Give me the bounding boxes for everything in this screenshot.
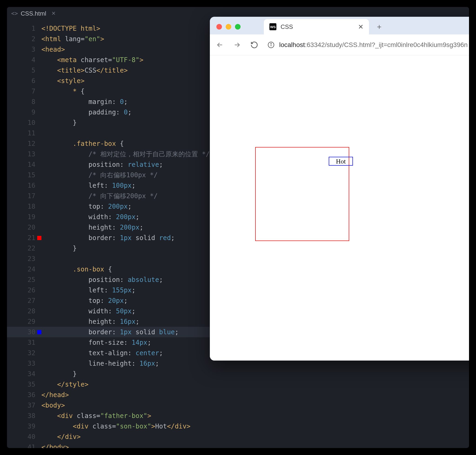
browser-window: WS CSS ✕ ＋ localhost:63342/study/CSS.htm… <box>210 17 469 361</box>
line-number: 31 <box>7 337 41 348</box>
minimize-window-icon[interactable] <box>226 24 231 30</box>
reload-icon[interactable] <box>250 41 258 49</box>
color-swatch-icon <box>37 236 41 240</box>
line-number: 14 <box>7 159 41 170</box>
editor-tab[interactable]: <> CSS.html ✕ <box>11 10 56 17</box>
line-number: 28 <box>7 306 41 316</box>
line-number: 38 <box>7 411 41 421</box>
close-tab-icon[interactable]: ✕ <box>358 23 363 31</box>
line-number: 18 <box>7 201 41 212</box>
code-line[interactable]: <div class="son-box">Hot</div> <box>41 421 469 431</box>
line-number: 16 <box>7 180 41 191</box>
line-number: 1 <box>7 23 41 34</box>
html-file-icon: <> <box>11 10 18 17</box>
line-number: 33 <box>7 358 41 369</box>
line-number: 36 <box>7 390 41 400</box>
line-number: 40 <box>7 431 41 442</box>
father-box: Hot <box>255 147 349 241</box>
close-icon[interactable]: ✕ <box>51 10 56 16</box>
line-number: 24 <box>7 264 41 275</box>
line-number: 3 <box>7 44 41 55</box>
line-number: 30 <box>7 327 41 337</box>
line-number: 23 <box>7 253 41 264</box>
line-number: 5 <box>7 65 41 76</box>
line-number: 39 <box>7 421 41 431</box>
browser-tabstrip: WS CSS ✕ ＋ <box>210 17 469 34</box>
line-number: 35 <box>7 379 41 390</box>
forward-icon[interactable] <box>233 41 241 49</box>
line-number: 17 <box>7 191 41 201</box>
browser-toolbar: localhost:63342/study/CSS.html?_ijt=cml0… <box>210 34 469 55</box>
site-info-icon[interactable] <box>268 41 275 48</box>
line-number: 34 <box>7 369 41 379</box>
line-number: 11 <box>7 128 41 138</box>
line-number: 22 <box>7 243 41 253</box>
son-box: Hot <box>329 157 353 166</box>
code-line[interactable]: </head> <box>41 390 469 400</box>
line-number: 4 <box>7 55 41 65</box>
editor-tab-filename: CSS.html <box>21 10 46 17</box>
line-number: 15 <box>7 170 41 180</box>
code-line[interactable]: </style> <box>41 379 469 390</box>
favicon-icon: WS <box>269 23 276 30</box>
back-icon[interactable] <box>216 41 224 49</box>
code-line[interactable]: <div class="father-box"> <box>41 411 469 421</box>
browser-tab-title: CSS <box>280 23 354 31</box>
line-number: 29 <box>7 316 41 327</box>
code-line[interactable]: } <box>41 369 469 379</box>
window-controls[interactable] <box>216 24 241 30</box>
browser-tab[interactable]: WS CSS ✕ <box>264 19 369 34</box>
color-swatch-icon <box>37 330 41 334</box>
line-number: 32 <box>7 348 41 358</box>
line-number: 6 <box>7 76 41 86</box>
code-line[interactable]: <body> <box>41 400 469 411</box>
url-text: localhost:63342/study/CSS.html?_ijt=cml0… <box>279 41 468 49</box>
line-number: 10 <box>7 117 41 128</box>
line-number: 12 <box>7 138 41 149</box>
line-number: 20 <box>7 222 41 233</box>
line-gutter: 1234567891011121314151617181920212223242… <box>7 20 41 448</box>
ide-window: <> CSS.html ✕ 12345678910111213141516171… <box>7 7 469 448</box>
line-number: 9 <box>7 107 41 117</box>
browser-viewport[interactable]: Hot <box>210 55 469 361</box>
line-number: 26 <box>7 285 41 295</box>
close-window-icon[interactable] <box>216 24 222 30</box>
line-number: 41 <box>7 442 41 448</box>
line-number: 13 <box>7 149 41 159</box>
line-number: 19 <box>7 212 41 222</box>
line-number: 25 <box>7 275 41 285</box>
new-tab-icon[interactable]: ＋ <box>376 22 383 32</box>
url-bar[interactable]: localhost:63342/study/CSS.html?_ijt=cml0… <box>268 38 469 52</box>
line-number: 21 <box>7 233 41 243</box>
line-number: 27 <box>7 295 41 306</box>
line-number: 37 <box>7 400 41 411</box>
line-number: 7 <box>7 86 41 97</box>
svg-point-2 <box>271 43 271 44</box>
code-line[interactable]: </div> <box>41 431 469 442</box>
code-line[interactable]: </body> <box>41 442 469 448</box>
line-number: 8 <box>7 97 41 107</box>
line-number: 2 <box>7 34 41 44</box>
maximize-window-icon[interactable] <box>235 24 241 30</box>
